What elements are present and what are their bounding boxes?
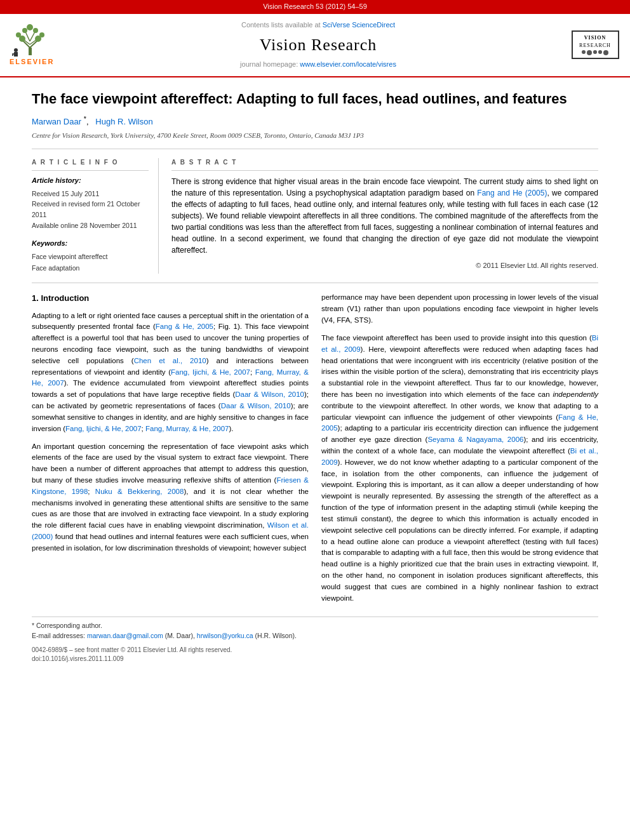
journal-header: ELSEVIER Contents lists available at Sci… [0,14,630,77]
logo-research-text: RESEARCH [577,42,614,50]
journal-citation-bar: Vision Research 53 (2012) 54–59 [0,0,630,14]
copyright-line: © 2011 Elsevier Ltd. All rights reserved… [171,261,598,271]
article-info-header: A R T I C L E I N F O [32,158,149,171]
article-affiliation: Centre for Vision Research, York Univers… [32,131,598,141]
article-meta-section: A R T I C L E I N F O Article history: R… [32,158,598,274]
svg-point-14 [14,48,18,52]
bi-ref2[interactable]: Bi et al., 2009 [321,447,598,466]
email-footnote: E-mail addresses: marwan.daar@gmail.com … [32,631,598,641]
logo-circle-5 [603,50,608,55]
vision-research-logo: VISION RESEARCH [570,30,620,59]
homepage-link[interactable]: www.elsevier.com/locate/visres [300,60,396,68]
fang-he-ref1[interactable]: Fang & He, 2005 [156,323,213,330]
svg-line-5 [25,32,30,41]
svg-point-9 [16,32,21,37]
sciverse-line: Contents lists available at SciVerse Sci… [73,20,563,30]
corresponding-footnote: * Corresponding author. [32,621,598,630]
chen-ref[interactable]: Chen et al., 2010 [134,357,206,364]
fang-ijichi-ref2[interactable]: Fang, Ijichi, & He, 2007 [65,425,142,432]
svg-rect-0 [29,48,32,55]
keywords-label: Keywords: [32,239,149,249]
svg-rect-17 [12,53,13,56]
journal-homepage: journal homepage: www.elsevier.com/locat… [73,60,563,70]
elsevier-wordmark: ELSEVIER [10,57,54,67]
logo-circle-4 [598,50,602,54]
fang-murray-ref2[interactable]: Fang, Murray, & He, 2007 [145,425,229,432]
doi-line: doi:10.1016/j.visres.2011.11.009 [32,655,598,664]
body-section: 1. Introduction Adapting to a left or ri… [32,292,598,610]
svg-point-13 [27,24,33,30]
abstract-header: A B S T R A C T [171,158,598,171]
email-wilson-link[interactable]: hrwilson@yorku.ca [197,632,253,639]
fang-murray-ref[interactable]: Fang, Murray, & He, 2007 [32,368,309,387]
available-date: Available online 28 November 2011 [32,220,149,231]
section-divider [32,283,598,283]
article-authors: Marwan Daar *, Hugh R. Wilson [32,114,598,128]
independently-italic: independently [553,390,598,398]
intro-section-title: 1. Introduction [32,292,309,305]
svg-point-10 [39,32,44,37]
seyama-ref[interactable]: Seyama & Nagayama, 2006 [427,436,523,443]
article-info-dates: Received 15 July 2011 Received in revise… [32,189,149,231]
elsevier-tree-icon [10,22,54,57]
logo-vision-text: VISION [577,34,614,42]
received-date: Received 15 July 2011 [32,189,149,199]
svg-point-12 [33,28,38,33]
right-para-1: performance may have been dependent upon… [321,292,598,326]
logo-decoration [577,50,614,55]
corresponding-marker: * [84,115,86,123]
sciverse-link[interactable]: SciVerse ScienceDirect [323,21,395,29]
keywords-list: Face viewpoint aftereffect Face adaptati… [32,251,149,274]
article-info-col: A R T I C L E I N F O Article history: R… [32,158,159,274]
logo-circle-3 [593,50,597,54]
article-title-section: The face viewpoint aftereffect: Adapting… [32,90,598,150]
journal-center-info: Contents lists available at SciVerse Sci… [73,20,563,70]
daar-wilson-ref1[interactable]: Daar & Wilson, 2010 [235,390,304,398]
wilson-2000-ref[interactable]: Wilson et al. (2000) [32,521,309,540]
revised-date: Received in revised form 21 October 2011 [32,199,149,220]
abstract-text: There is strong evidence that higher vis… [171,176,598,256]
author-daar[interactable]: Marwan Daar [32,117,81,126]
body-left-col: 1. Introduction Adapting to a left or ri… [32,292,309,610]
right-para-2: The face viewpoint aftereffect has been … [321,333,598,604]
footnote-area: * Corresponding author. E-mail addresses… [32,617,598,640]
logo-circle-1 [582,50,586,54]
journal-citation-text: Vision Research 53 (2012) 54–59 [263,3,367,10]
daar-wilson-ref2[interactable]: Daar & Wilson, 2010 [221,402,291,410]
keyword-2: Face adaptation [32,263,149,274]
author-wilson[interactable]: Hugh R. Wilson [95,117,152,126]
body-right-col: performance may have been dependent upon… [321,292,598,610]
journal-title: Vision Research [73,33,563,57]
svg-line-6 [30,32,35,41]
fang-he-2005-link[interactable]: Fang and He (2005) [477,189,547,197]
footer-dois: 0042-6989/$ – see front matter © 2011 El… [32,646,598,664]
fang-ijichi-ref[interactable]: Fang, Ijichi, & He, 2007 [171,368,250,376]
keyword-1: Face viewpoint aftereffect [32,251,149,263]
logo-box: VISION RESEARCH [572,30,619,59]
elsevier-logo: ELSEVIER [10,22,67,67]
intro-para-2: An important question concerning the rep… [32,441,309,554]
svg-point-11 [22,28,27,33]
email-maar-link[interactable]: marwan.daar@gmail.com [87,632,163,639]
intro-para-1: Adapting to a left or right oriented fac… [32,310,309,435]
logo-circle-2 [587,50,592,55]
issn-line: 0042-6989/$ – see front matter © 2011 El… [32,646,598,655]
bi-ref[interactable]: Bi et al., 2009 [321,334,598,353]
abstract-col: A B S T R A C T There is strong evidence… [171,158,598,274]
main-content: The face viewpoint aftereffect: Adapting… [0,77,630,677]
article-title: The face viewpoint aftereffect: Adapting… [32,90,598,109]
nuku-ref[interactable]: Nuku & Bekkering, 2008 [95,488,184,495]
fang-he-ref3[interactable]: Fang & He, 2005 [321,413,598,432]
article-history-label: Article history: [32,176,149,186]
